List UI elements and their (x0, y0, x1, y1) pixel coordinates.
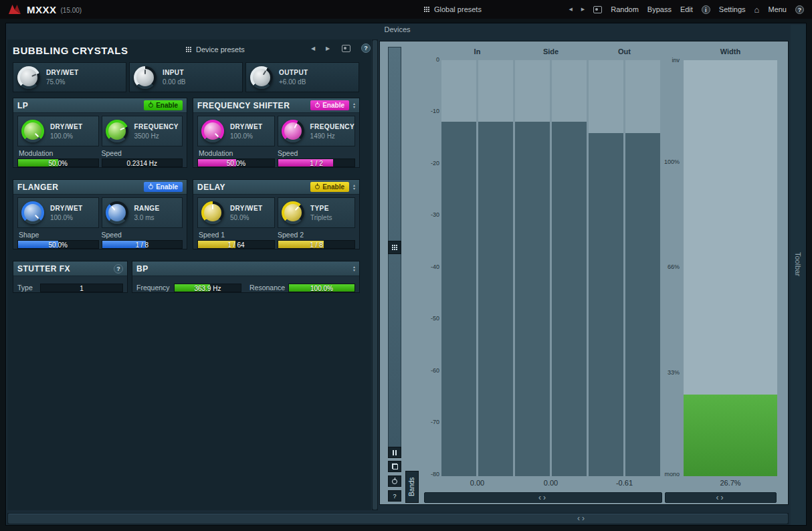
enable-button[interactable]: Enable (144, 182, 183, 192)
module-header: STUTTER FX ? (13, 261, 127, 276)
modulation-slider[interactable]: 50.0% (197, 158, 275, 167)
prev-preset-button[interactable]: ◀ (569, 7, 572, 12)
meter-panel: ? Bands In Side Out Width 0 -10 -20 -30 … (379, 41, 789, 505)
tab-toolbar[interactable]: Toolbar (794, 252, 802, 276)
reorder-chevrons[interactable]: ▴▾ (353, 266, 355, 272)
db-scale-label: -40 (407, 263, 439, 270)
speed-slider[interactable]: 1 / 8 (102, 240, 183, 249)
resonance-slider[interactable]: 100.0% (288, 284, 355, 292)
speed-slider[interactable]: 1 / 2 (278, 158, 355, 167)
param-label: Modulation (17, 149, 100, 157)
help-icon[interactable]: ? (795, 5, 804, 14)
device-presets-button[interactable]: Device presets (186, 43, 245, 56)
power-icon (148, 185, 153, 189)
main-scrollbar-thumb[interactable] (8, 514, 788, 524)
global-presets-button[interactable]: Global presets (424, 0, 482, 19)
module-name: FLANGER (17, 183, 144, 192)
windows-icon (392, 463, 398, 469)
enable-button[interactable]: Enable (144, 100, 183, 110)
master-input-cell: INPUT 0.00 dB (129, 62, 243, 92)
bypass-button[interactable]: Bypass (647, 5, 672, 13)
module-name: BP (136, 264, 349, 274)
main-scrollbar[interactable]: ‹› (7, 513, 789, 524)
meter-scrollbar-right[interactable]: ‹› (665, 492, 777, 503)
info-icon[interactable]: i (702, 5, 710, 14)
snapshot-icon[interactable] (593, 6, 602, 13)
grid-icon (424, 7, 429, 12)
dry-wet-knob[interactable] (17, 66, 40, 89)
prev-device-preset-button[interactable]: ◀ (311, 45, 315, 51)
next-device-preset-button[interactable]: ▶ (326, 45, 330, 51)
dry-wet-knob[interactable] (201, 120, 224, 142)
mxxx-window: MXXX (15.00) Global presets ◀ ▶ Random B… (0, 0, 812, 531)
reorder-chevrons[interactable]: ▴▾ (353, 184, 355, 191)
power-button[interactable] (388, 475, 401, 487)
main-area: Devices BUBBLING CRYSTALS Device presets… (5, 23, 807, 526)
melda-logo (8, 4, 21, 15)
device-panel: BUBBLING CRYSTALS Device presets ◀ ▶ ? D… (7, 39, 371, 510)
shape-slider[interactable]: 50.0% (17, 240, 99, 249)
frequency-slider[interactable]: 363.9 Hz (174, 284, 241, 292)
module-name: LP (17, 101, 144, 110)
param-label: Type (17, 284, 40, 292)
app-title: MXXX (27, 4, 57, 15)
device-panel-scrollbar[interactable] (372, 39, 378, 510)
type-knob[interactable] (282, 201, 304, 224)
param-label: Speed (276, 149, 355, 157)
edit-button[interactable]: Edit (680, 5, 693, 13)
db-scale-label: -30 (407, 211, 439, 218)
meter-column-header: In (441, 47, 513, 56)
frequency-knob[interactable] (282, 120, 304, 142)
dry-wet-knob[interactable] (21, 201, 44, 224)
scrollbar-resize-handle[interactable]: ‹› (577, 514, 587, 523)
speed-2-slider[interactable]: 1 / 8 (278, 240, 355, 249)
help-icon[interactable]: ? (361, 43, 371, 53)
input-knob[interactable] (134, 66, 157, 89)
knob-label: INPUT (163, 69, 185, 76)
help-icon[interactable]: ? (114, 264, 123, 274)
db-scale-label: -10 (407, 108, 439, 114)
meter-bar-side-left (515, 60, 550, 476)
param-label: Resonance (249, 284, 288, 292)
meter-readout-width: 26.7% (684, 479, 777, 488)
power-icon (392, 479, 397, 484)
dry-wet-knob[interactable] (201, 201, 224, 224)
type-slider[interactable]: 1 (40, 284, 123, 292)
tab-devices[interactable]: Devices (6, 25, 789, 33)
param-label: Modulation (197, 149, 276, 157)
home-icon[interactable]: ⌂ (754, 5, 760, 14)
output-knob[interactable] (250, 66, 273, 89)
knob-cell-type: TYPE Triplets (278, 197, 355, 228)
toolbar-strip: Toolbar (791, 25, 806, 525)
db-scale-label: -80 (407, 471, 439, 477)
popout-button[interactable] (388, 461, 401, 472)
module-frequency-shifter: FREQUENCY SHIFTER Enable ▴▾ DRY/WET (193, 98, 360, 168)
titlebar: MXXX (15.00) Global presets ◀ ▶ Random B… (0, 0, 812, 19)
modulation-slider[interactable]: 50.0% (17, 158, 99, 167)
enable-button[interactable]: Enable (310, 182, 349, 192)
reorder-chevrons[interactable]: ▴▾ (353, 102, 355, 109)
menu-button[interactable]: Menu (768, 5, 787, 13)
meter-scrollbar-left[interactable]: ‹› (424, 492, 662, 503)
pause-button[interactable] (388, 447, 401, 458)
enable-button[interactable]: Enable (310, 100, 349, 110)
settings-button[interactable]: Settings (719, 5, 746, 13)
frequency-knob[interactable] (106, 120, 128, 142)
knob-cell-range: RANGE 3.0 ms (102, 197, 183, 228)
knob-cell-frequency: FREQUENCY 3500 Hz (102, 116, 183, 146)
help-button[interactable]: ? (388, 490, 401, 502)
grid-button[interactable] (388, 241, 401, 254)
snapshot-icon[interactable] (342, 45, 350, 52)
app-version: (15.00) (61, 7, 82, 14)
next-preset-button[interactable]: ▶ (581, 7, 585, 12)
speed-1-slider[interactable]: 1 / 64 (197, 240, 275, 249)
module-bp: BP ▴▾ Frequency 363.9 Hz Resonance 100.0… (132, 261, 360, 293)
module-lp: LP Enable DRY/WET 100.0% (13, 98, 187, 168)
module-name: FREQUENCY SHIFTER (197, 101, 310, 110)
knob-cell-dry-wet: DRY/WET 100.0% (17, 197, 99, 228)
speed-slider[interactable]: 0.2314 Hz (102, 158, 183, 167)
meter-column-header: Out (589, 47, 660, 56)
range-knob[interactable] (106, 201, 128, 224)
random-button[interactable]: Random (611, 5, 639, 13)
dry-wet-knob[interactable] (21, 120, 44, 142)
